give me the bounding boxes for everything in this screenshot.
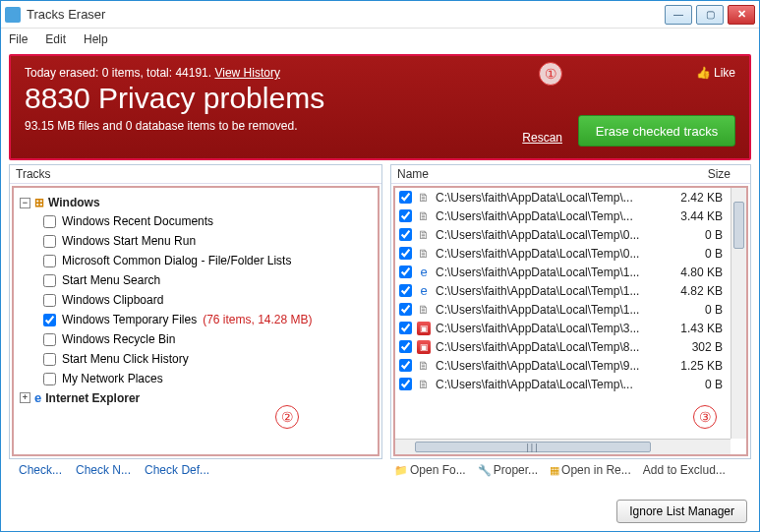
file-size: 0 B [668, 247, 727, 261]
file-row[interactable]: eC:\Users\faith\AppData\Local\Temp\1...4… [395, 281, 731, 300]
hscroll-thumb[interactable]: ||| [415, 442, 651, 452]
right-links: 📁Open Fo... 🔧Proper... ▦Open in Re... Ad… [390, 459, 751, 481]
category-windows[interactable]: − ⊞ Windows [18, 194, 374, 211]
file-checkbox[interactable] [399, 340, 412, 353]
track-item[interactable]: Windows Start Menu Run [18, 231, 374, 251]
tracks-header: Tracks [10, 165, 381, 184]
track-item[interactable]: Microsoft Common Dialog - File/Folder Li… [18, 251, 374, 270]
track-extra: (76 items, 14.28 MB) [203, 313, 312, 326]
col-size[interactable]: Size [685, 167, 744, 181]
link-properties[interactable]: 🔧Proper... [478, 459, 538, 481]
track-item[interactable]: Windows Clipboard [18, 290, 374, 310]
file-size: 2.42 KB [668, 191, 727, 205]
file-checkbox[interactable] [399, 247, 412, 260]
vscroll-thumb[interactable] [733, 202, 744, 249]
collapse-icon[interactable]: − [20, 198, 30, 208]
app-icon [5, 7, 21, 23]
file-path: C:\Users\faith\AppData\Local\Temp\0... [436, 228, 664, 242]
menu-help[interactable]: Help [84, 32, 108, 46]
track-checkbox[interactable] [43, 294, 56, 307]
file-icon: 🗎 [416, 302, 432, 318]
folder-icon: 📁 [394, 464, 408, 477]
image-icon: ▣ [416, 339, 432, 355]
file-checkbox[interactable] [399, 266, 412, 278]
track-item[interactable]: My Network Places [18, 369, 374, 388]
file-row[interactable]: 🗎C:\Users\faith\AppData\Local\Temp\0...0… [395, 244, 731, 263]
file-path: C:\Users\faith\AppData\Local\Temp\9... [436, 359, 664, 373]
file-size: 1.43 KB [668, 322, 727, 335]
link-check-def[interactable]: Check Def... [145, 463, 209, 477]
file-row[interactable]: ▣C:\Users\faith\AppData\Local\Temp\8...3… [395, 337, 731, 356]
file-row[interactable]: ▣C:\Users\faith\AppData\Local\Temp\3...1… [395, 319, 731, 337]
file-checkbox[interactable] [399, 303, 412, 316]
horizontal-scrollbar[interactable]: ||| [395, 439, 731, 454]
link-check-n[interactable]: Check N... [76, 463, 131, 477]
rescan-link[interactable]: Rescan [522, 131, 562, 145]
image-icon: ▣ [416, 321, 432, 336]
track-item[interactable]: Start Menu Search [18, 270, 374, 290]
track-label: Windows Clipboard [62, 293, 163, 307]
footer: Ignore List Manager [616, 500, 747, 523]
file-checkbox[interactable] [399, 209, 412, 222]
file-row[interactable]: 🗎C:\Users\faith\AppData\Local\Temp\1...0… [395, 300, 731, 319]
file-row[interactable]: 🗎C:\Users\faith\AppData\Local\Temp\...3.… [395, 207, 731, 225]
track-item[interactable]: Windows Recycle Bin [18, 329, 374, 349]
file-size: 302 B [668, 340, 727, 354]
tracks-panel: Tracks − ⊞ Windows Windows Recent Docume… [9, 164, 382, 459]
close-button[interactable]: ✕ [728, 5, 755, 25]
expand-icon[interactable]: + [20, 392, 30, 403]
track-item[interactable]: Start Menu Click History [18, 349, 374, 369]
file-row[interactable]: 🗎C:\Users\faith\AppData\Local\Temp\...2.… [395, 188, 731, 207]
track-checkbox[interactable] [43, 255, 56, 267]
like-button[interactable]: Like [696, 66, 735, 80]
track-checkbox[interactable] [43, 235, 56, 248]
menu-edit[interactable]: Edit [45, 32, 66, 46]
file-row[interactable]: 🗎C:\Users\faith\AppData\Local\Temp\0...0… [395, 225, 731, 244]
grid-icon: ▦ [550, 464, 559, 477]
track-item[interactable]: Windows Temporary Files(76 items, 14.28 … [18, 310, 374, 329]
file-checkbox[interactable] [399, 378, 412, 390]
track-checkbox[interactable] [43, 314, 56, 326]
file-row[interactable]: 🗎C:\Users\faith\AppData\Local\Temp\9...1… [395, 356, 731, 375]
file-path: C:\Users\faith\AppData\Local\Temp\1... [436, 303, 664, 317]
link-open-in-re[interactable]: ▦Open in Re... [550, 459, 631, 481]
category-ie[interactable]: + e Internet Explorer [18, 388, 374, 407]
file-row[interactable]: 🗎C:\Users\faith\AppData\Local\Temp\...0 … [395, 375, 731, 393]
file-size: 0 B [668, 378, 727, 391]
col-name[interactable]: Name [397, 167, 685, 181]
link-open-folder[interactable]: 📁Open Fo... [394, 459, 466, 481]
callout-3: ③ [693, 405, 717, 429]
file-checkbox[interactable] [399, 191, 412, 204]
file-size: 0 B [668, 228, 727, 242]
file-path: C:\Users\faith\AppData\Local\Temp\1... [436, 266, 664, 279]
track-checkbox[interactable] [43, 353, 56, 366]
ie-icon: e [416, 265, 432, 280]
ignore-list-button[interactable]: Ignore List Manager [616, 500, 747, 523]
file-icon: 🗎 [416, 190, 432, 206]
file-checkbox[interactable] [399, 284, 412, 297]
file-checkbox[interactable] [399, 228, 412, 241]
callout-1: ① [539, 62, 562, 86]
file-row[interactable]: eC:\Users\faith\AppData\Local\Temp\1...4… [395, 263, 731, 281]
track-label: Windows Recent Documents [62, 214, 213, 228]
minimize-button[interactable]: — [665, 5, 692, 25]
maximize-button[interactable]: ▢ [696, 5, 724, 25]
track-checkbox[interactable] [43, 333, 56, 346]
file-checkbox[interactable] [399, 359, 412, 372]
track-item[interactable]: Windows Recent Documents [18, 211, 374, 231]
link-add-exclude[interactable]: Add to Exclud... [643, 459, 726, 481]
erase-button[interactable]: Erase checked tracks [578, 115, 735, 147]
window-buttons: — ▢ ✕ [665, 5, 755, 25]
file-icon: 🗎 [416, 358, 432, 374]
track-checkbox[interactable] [43, 373, 56, 385]
files-header: Name Size [391, 165, 750, 184]
track-checkbox[interactable] [43, 215, 56, 228]
track-checkbox[interactable] [43, 274, 56, 287]
menu-file[interactable]: File [9, 32, 28, 46]
vertical-scrollbar[interactable] [731, 188, 746, 439]
properties-icon: 🔧 [478, 464, 492, 477]
summary-banner: Today erased: 0 items, total: 44191. Vie… [9, 54, 751, 160]
view-history-link[interactable]: View History [214, 66, 279, 80]
file-checkbox[interactable] [399, 322, 412, 334]
link-check[interactable]: Check... [19, 463, 62, 477]
